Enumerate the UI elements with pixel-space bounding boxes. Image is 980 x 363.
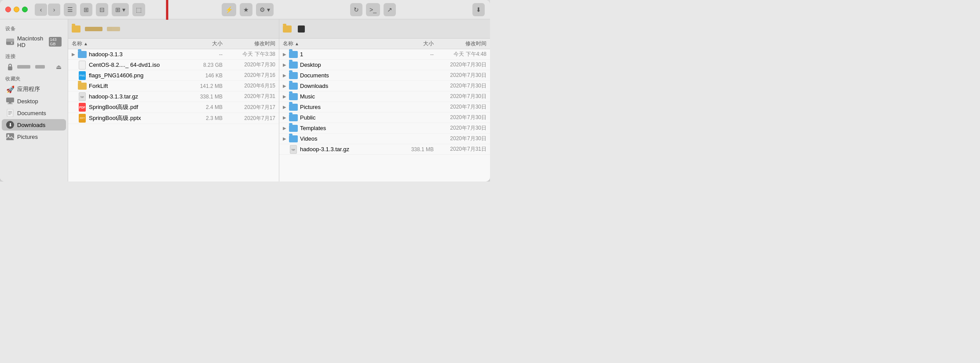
sidebar: 设备 Macintosh HD 143 GB 连接 ⏏ 收藏夹 — [0, 19, 68, 182]
file-date: 2020年7月17 — [223, 115, 275, 122]
file-size: 146 KB — [183, 73, 223, 79]
file-size: 8.23 GB — [183, 62, 223, 68]
left-file-row-3[interactable]: ForkLift 141.2 MB 2020年6月15 — [68, 81, 279, 91]
file-name: Downloads — [300, 83, 394, 89]
right-file-row-2[interactable]: ▶ Documents 2020年7月30日 — [279, 70, 490, 81]
file-name: Public — [300, 114, 394, 121]
sidebar-item-pictures[interactable]: Pictures — [2, 131, 66, 142]
file-name: hadoop-3.1.3.tar.gz — [300, 146, 394, 152]
file-size: 2.3 MB — [183, 115, 223, 121]
menu-button[interactable]: ☰ — [64, 3, 77, 16]
titlebar: ‹ › ☰ ⊞ ⊟ ⊞ ▾ ⬚ ⚡ ★ ⚙ ▾ ↻ >_ ↗ ⬇ — [0, 0, 490, 19]
gear-button[interactable]: ⚙ ▾ — [256, 3, 274, 16]
back-button[interactable]: ‹ — [35, 4, 47, 16]
file-name: SpringBoot高级.pdf — [89, 103, 183, 111]
star-button[interactable]: ★ — [240, 3, 252, 16]
eject-icon[interactable]: ⏏ — [56, 63, 62, 70]
file-date: 2020年7月30日 — [434, 124, 486, 132]
sidebar-item-connect[interactable]: ⏏ — [2, 61, 66, 73]
file-name: flags_PNG14606.png — [89, 72, 183, 79]
downloads-icon: ⬇ — [6, 121, 14, 129]
sidebar-item-macintosh-hd[interactable]: Macintosh HD 143 GB — [2, 33, 66, 50]
gear-icon: ⚙ — [260, 6, 265, 13]
sidebar-section-favorites: 收藏夹 — [0, 73, 68, 83]
right-file-row-5[interactable]: ▶ Pictures 2020年7月30日 — [279, 102, 490, 113]
left-pane-column-headers: 名称 ▲ 大小 修改时间 — [68, 39, 279, 49]
macintosh-hd-badge: 143 GB — [49, 37, 62, 47]
right-file-row-3[interactable]: ▶ Downloads 2020年7月30日 — [279, 81, 490, 91]
file-name: hadoop-3.1.3 — [89, 51, 183, 58]
right-file-row-6[interactable]: ▶ Public 2020年7月30日 — [279, 113, 490, 123]
desktop-icon — [6, 97, 14, 105]
file-date: 2020年6月15 — [223, 82, 275, 90]
minimize-button[interactable] — [14, 7, 19, 12]
file-date: 2020年7月31日 — [434, 145, 486, 153]
left-pane-header — [68, 19, 279, 39]
folder-blue-icon — [289, 93, 298, 100]
expand-arrow-icon: ▶ — [283, 136, 289, 141]
expand-arrow-icon: ▶ — [283, 73, 289, 78]
right-file-row-8[interactable]: ▶ Videos 2020年7月30日 — [279, 134, 490, 144]
sidebar-item-desktop[interactable]: Desktop — [2, 95, 66, 107]
file-name: Desktop — [300, 62, 394, 68]
right-pane-square — [298, 25, 305, 33]
right-pane-folder-icon — [283, 25, 292, 33]
forward-button[interactable]: › — [48, 4, 60, 16]
select-button[interactable]: ⬚ — [132, 3, 145, 16]
sidebar-item-downloads[interactable]: ⬇ Downloads — [2, 119, 66, 131]
sync-button[interactable]: ↻ — [350, 3, 362, 16]
folder-blue-icon — [289, 104, 298, 111]
tgz-icon: tgz — [78, 93, 87, 100]
lightning-button[interactable]: ⚡ — [222, 3, 236, 16]
left-file-row-5[interactable]: PDF SpringBoot高级.pdf 2.4 MB 2020年7月17 — [68, 102, 279, 113]
right-file-row-0[interactable]: ▶ 1 -- 今天 下午4:48 — [279, 49, 490, 60]
file-size: 141.2 MB — [183, 83, 223, 89]
terminal-button[interactable]: >_ — [366, 3, 380, 16]
file-date: 2020年7月30日 — [434, 93, 486, 100]
file-date: 今天 下午3:38 — [223, 51, 275, 58]
left-col-name: 名称 ▲ — [72, 40, 183, 47]
sidebar-item-apps[interactable]: 🚀 应用程序 — [2, 83, 66, 95]
expand-arrow-icon: ▶ — [283, 62, 289, 67]
left-file-row-6[interactable]: PPT SpringBoot高级.pptx 2.3 MB 2020年7月17 — [68, 113, 279, 124]
right-file-row-4[interactable]: ▶ Music 2020年7月30日 — [279, 91, 490, 102]
file-name: ForkLift — [89, 83, 183, 89]
folder-blue-icon — [289, 72, 298, 79]
zoom-button[interactable] — [22, 7, 28, 12]
file-date: 2020年7月17 — [223, 104, 275, 111]
file-date: 2020年7月30日 — [434, 61, 486, 69]
tgz-icon: tgz — [289, 146, 298, 153]
left-file-row-4[interactable]: tgz hadoop-3.1.3.tar.gz 338.1 MB 2020年7月… — [68, 91, 279, 102]
file-name: SpringBoot高级.pptx — [89, 114, 183, 122]
pictures-label: Pictures — [17, 134, 38, 140]
view-button[interactable]: ⊞ ▾ — [112, 3, 129, 16]
file-name: Documents — [300, 72, 394, 79]
documents-label: Documents — [17, 110, 46, 116]
right-file-row-9[interactable]: tgz hadoop-3.1.3.tar.gz 338.1 MB 2020年7月… — [279, 144, 490, 155]
hdd-icon — [6, 38, 14, 46]
svg-rect-7 — [6, 98, 14, 102]
download-button[interactable]: ⬇ — [472, 3, 485, 16]
grid-view-button[interactable]: ⊟ — [96, 3, 108, 16]
file-name: Templates — [300, 125, 394, 131]
right-file-row-1[interactable]: ▶ Desktop 2020年7月30日 — [279, 60, 490, 70]
svg-rect-3 — [6, 39, 14, 42]
close-button[interactable] — [5, 7, 11, 12]
right-pane-column-headers: 名称 ▲ 大小 修改时间 — [279, 39, 490, 49]
left-file-row-1[interactable]: CentOS-8.2...._ 64-dvd1.iso 8.23 GB 2020… — [68, 60, 279, 70]
left-pane-path2 — [107, 27, 120, 31]
left-file-row-2[interactable]: PNG flags_PNG14606.png 146 KB 2020年7月16 — [68, 70, 279, 81]
main-area: 设备 Macintosh HD 143 GB 连接 ⏏ 收藏夹 — [0, 19, 490, 182]
right-file-row-7[interactable]: ▶ Templates 2020年7月30日 — [279, 123, 490, 134]
left-file-row-0[interactable]: ▶ hadoop-3.1.3 -- 今天 下午3:38 — [68, 49, 279, 60]
sidebar-item-documents[interactable]: Documents — [2, 107, 66, 119]
traffic-lights — [5, 7, 28, 12]
view-icon: ⊞ — [115, 6, 121, 13]
file-date: 2020年7月30 — [223, 61, 275, 69]
columns-view-button[interactable]: ⊞ — [80, 3, 92, 16]
folder-blue-icon — [289, 62, 298, 69]
share-button[interactable]: ↗ — [384, 3, 396, 16]
nav-group: ‹ › — [35, 4, 60, 16]
left-col-size: 大小 — [183, 40, 223, 47]
folder-blue-icon — [289, 51, 298, 58]
